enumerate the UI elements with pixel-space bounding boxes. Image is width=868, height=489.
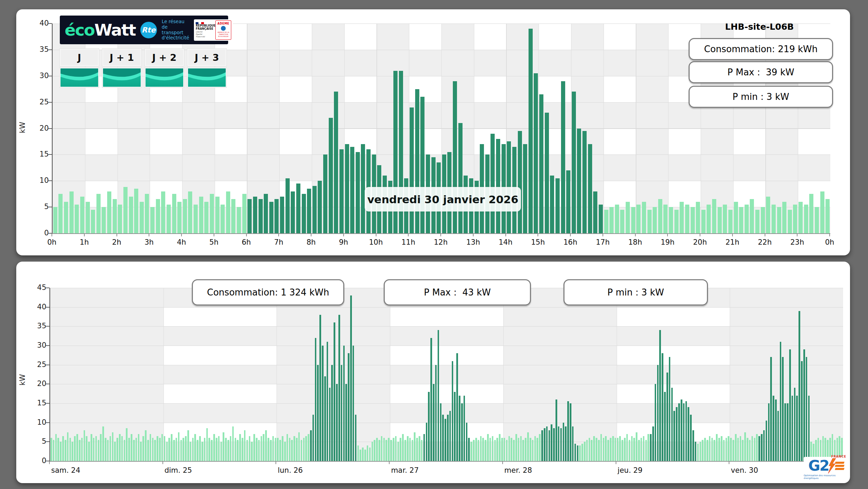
bar: [289, 438, 291, 461]
bar: [560, 428, 562, 461]
bar: [138, 434, 140, 461]
top-y-tick-label: 25: [29, 98, 49, 106]
bar: [204, 438, 206, 461]
ecowatt-day-tab-1[interactable]: J + 1: [102, 49, 141, 66]
bar: [91, 434, 92, 461]
bar: [556, 399, 557, 461]
bottom-x-tick-mark: [502, 461, 503, 464]
bar: [638, 440, 640, 461]
bar: [711, 438, 713, 461]
bar: [626, 434, 628, 461]
bar: [508, 436, 510, 461]
ecowatt-day-tile-1[interactable]: [102, 68, 141, 87]
bar: [631, 207, 635, 233]
top-x-tick-mark: [700, 233, 700, 236]
bar: [575, 444, 576, 461]
ecowatt-day-tab-0[interactable]: J: [60, 49, 99, 66]
bar: [658, 199, 662, 233]
bar: [180, 440, 182, 461]
ecowatt-day-tile-0[interactable]: [60, 68, 99, 87]
bar: [362, 448, 364, 461]
ecowatt-day-tab-2[interactable]: J + 2: [145, 49, 184, 66]
bar: [789, 349, 791, 461]
bar: [449, 411, 451, 461]
top-y-tick-label: 35: [29, 45, 49, 54]
bar: [248, 199, 252, 233]
bar: [657, 365, 659, 461]
top-y-tick-label: 40: [29, 19, 49, 27]
bar: [361, 144, 365, 233]
bar: [750, 199, 754, 233]
bar: [534, 436, 536, 461]
bar: [796, 396, 798, 461]
bottom-y-tick-label: 20: [26, 379, 46, 388]
bar: [609, 207, 614, 233]
bar: [64, 202, 68, 233]
bottom-x-day-label: sam. 24: [51, 466, 80, 474]
g2e-tagline: Optimisation des ressources énergétiques: [804, 474, 849, 480]
bar: [308, 434, 309, 461]
ecowatt-day-tile-3[interactable]: [187, 68, 226, 87]
bar: [150, 207, 155, 233]
bar: [470, 442, 472, 461]
bar: [93, 438, 95, 461]
bar: [360, 450, 361, 461]
bar: [327, 342, 328, 461]
bar: [296, 184, 300, 233]
bottom-y-tick-label: 5: [26, 437, 46, 445]
bar: [322, 346, 324, 461]
bar: [680, 202, 684, 233]
ecowatt-day-tab-3[interactable]: J + 3: [187, 49, 226, 66]
bar: [713, 440, 715, 461]
bar: [345, 144, 349, 233]
top-y-tick-mark: [48, 23, 52, 24]
top-x-tick-label: 17h: [596, 238, 610, 246]
bar: [615, 205, 619, 233]
bar: [579, 445, 581, 461]
bottom-x-tick-mark: [616, 461, 616, 464]
top-x-tick-label: 16h: [563, 238, 577, 246]
bar: [385, 440, 387, 461]
bottom-y-tick-label: 25: [26, 360, 46, 369]
bar: [701, 210, 706, 233]
bar: [478, 440, 479, 461]
bar: [178, 432, 180, 461]
ecowatt-day-tile-2[interactable]: [145, 68, 184, 87]
bar: [423, 434, 425, 461]
bar: [700, 442, 701, 461]
bar: [712, 199, 716, 233]
bar: [145, 430, 147, 461]
bar: [726, 438, 727, 461]
bar: [107, 191, 111, 233]
bar: [803, 349, 805, 461]
top-x-tick-label: 15h: [531, 238, 545, 246]
bar: [808, 396, 810, 461]
bar: [593, 436, 595, 461]
bottom-y-tick-mark: [46, 307, 49, 308]
ademe-small-text: AGENCE DE LA TRANSITION ÉCOLOGIQUE: [216, 31, 231, 38]
ecowatt-brand-eco: éco: [65, 20, 94, 39]
top-x-tick-mark: [797, 233, 797, 236]
bar: [707, 205, 711, 233]
bar: [504, 438, 505, 461]
ecowatt-logo: écoWatt Rte Le réseaude transportd'élect…: [60, 16, 228, 44]
intraday-chart-panel: kW écoWatt Rte Le réseaude transportd'él…: [16, 9, 850, 255]
bar: [683, 403, 685, 461]
bar: [772, 205, 776, 233]
bar: [91, 210, 95, 233]
bar: [161, 191, 165, 233]
bar: [782, 202, 786, 233]
g2e-g2-text: G2: [808, 459, 829, 473]
top-y-axis-unit: kW: [18, 122, 27, 133]
bar: [152, 438, 154, 461]
bar: [541, 430, 543, 461]
bar: [546, 426, 548, 461]
bar: [407, 436, 409, 461]
bottom-y-tick-mark: [46, 345, 49, 346]
bar: [522, 440, 524, 461]
bar: [577, 445, 579, 461]
bar: [307, 189, 311, 233]
bar: [118, 205, 122, 233]
bar: [145, 194, 149, 233]
top-x-tick-label: 0h: [47, 238, 57, 246]
